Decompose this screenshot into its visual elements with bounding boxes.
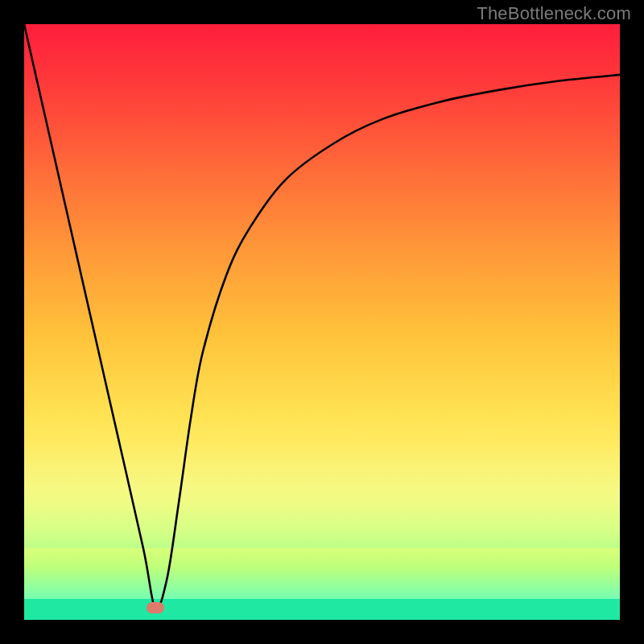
minimum-marker <box>147 602 164 613</box>
bottleneck-curve-path <box>24 24 620 609</box>
curve-svg <box>24 24 620 620</box>
watermark-text: TheBottleneck.com <box>477 3 631 24</box>
plot-area <box>24 24 620 620</box>
chart-frame: { "watermark": "TheBottleneck.com", "cha… <box>0 0 644 644</box>
